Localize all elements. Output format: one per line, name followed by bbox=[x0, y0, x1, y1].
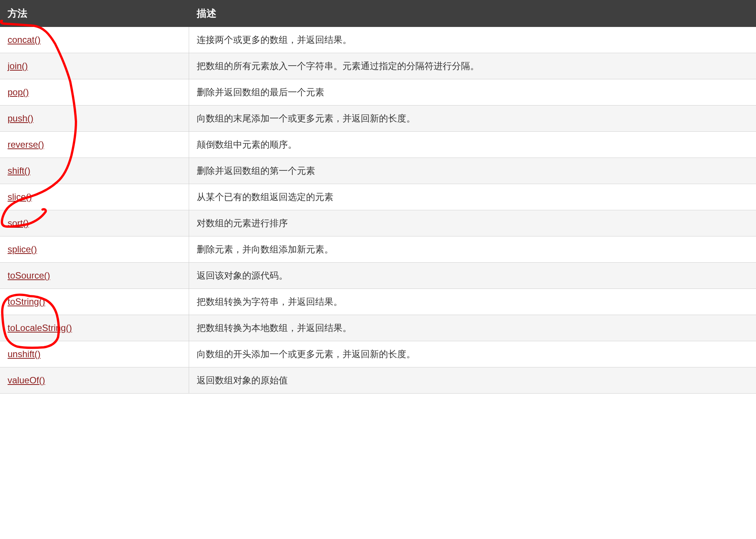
method-cell: unshift() bbox=[0, 341, 189, 367]
description-cell: 颠倒数组中元素的顺序。 bbox=[189, 132, 756, 158]
method-link[interactable]: splice() bbox=[8, 244, 37, 254]
method-link[interactable]: valueOf() bbox=[8, 375, 45, 385]
method-cell: concat() bbox=[0, 27, 189, 53]
method-link[interactable]: toString() bbox=[8, 296, 45, 307]
method-link[interactable]: join() bbox=[8, 61, 28, 71]
table-row: valueOf()返回数组对象的原始值 bbox=[0, 367, 756, 394]
description-cell: 删除元素，并向数组添加新元素。 bbox=[189, 236, 756, 263]
table-row: push()向数组的末尾添加一个或更多元素，并返回新的长度。 bbox=[0, 106, 756, 132]
header-description: 描述 bbox=[189, 0, 756, 27]
method-link[interactable]: toSource() bbox=[8, 270, 50, 281]
description-cell: 向数组的末尾添加一个或更多元素，并返回新的长度。 bbox=[189, 106, 756, 132]
table-row: toLocaleString()把数组转换为本地数组，并返回结果。 bbox=[0, 315, 756, 341]
method-cell: shift() bbox=[0, 158, 189, 184]
method-cell: pop() bbox=[0, 79, 189, 106]
methods-table: 方法 描述 concat()连接两个或更多的数组，并返回结果。join()把数组… bbox=[0, 0, 756, 394]
table-row: shift()删除并返回数组的第一个元素 bbox=[0, 158, 756, 184]
method-cell: reverse() bbox=[0, 132, 189, 158]
description-cell: 把数组转换为本地数组，并返回结果。 bbox=[189, 315, 756, 341]
method-link[interactable]: unshift() bbox=[8, 349, 41, 359]
description-cell: 把数组转换为字符串，并返回结果。 bbox=[189, 289, 756, 315]
method-link[interactable]: shift() bbox=[8, 165, 30, 176]
method-cell: slice() bbox=[0, 184, 189, 210]
table-row: pop()删除并返回数组的最后一个元素 bbox=[0, 79, 756, 106]
method-link[interactable]: slice() bbox=[8, 192, 32, 202]
method-cell: toLocaleString() bbox=[0, 315, 189, 341]
table-row: join()把数组的所有元素放入一个字符串。元素通过指定的分隔符进行分隔。 bbox=[0, 53, 756, 79]
header-method: 方法 bbox=[0, 0, 189, 27]
description-cell: 删除并返回数组的最后一个元素 bbox=[189, 79, 756, 106]
description-cell: 向数组的开头添加一个或更多元素，并返回新的长度。 bbox=[189, 341, 756, 367]
method-link[interactable]: sort() bbox=[8, 218, 29, 228]
table-row: splice()删除元素，并向数组添加新元素。 bbox=[0, 236, 756, 263]
method-link[interactable]: toLocaleString() bbox=[8, 323, 72, 333]
table-header-row: 方法 描述 bbox=[0, 0, 756, 27]
method-cell: sort() bbox=[0, 210, 189, 236]
description-cell: 删除并返回数组的第一个元素 bbox=[189, 158, 756, 184]
method-cell: join() bbox=[0, 53, 189, 79]
method-cell: toString() bbox=[0, 289, 189, 315]
description-cell: 连接两个或更多的数组，并返回结果。 bbox=[189, 27, 756, 53]
table-row: concat()连接两个或更多的数组，并返回结果。 bbox=[0, 27, 756, 53]
table-row: toSource()返回该对象的源代码。 bbox=[0, 263, 756, 289]
table-row: reverse()颠倒数组中元素的顺序。 bbox=[0, 132, 756, 158]
description-cell: 把数组的所有元素放入一个字符串。元素通过指定的分隔符进行分隔。 bbox=[189, 53, 756, 79]
description-cell: 从某个已有的数组返回选定的元素 bbox=[189, 184, 756, 210]
table-row: unshift()向数组的开头添加一个或更多元素，并返回新的长度。 bbox=[0, 341, 756, 367]
method-link[interactable]: reverse() bbox=[8, 139, 44, 150]
method-link[interactable]: push() bbox=[8, 113, 33, 123]
method-cell: splice() bbox=[0, 236, 189, 263]
method-cell: toSource() bbox=[0, 263, 189, 289]
description-cell: 对数组的元素进行排序 bbox=[189, 210, 756, 236]
description-cell: 返回该对象的源代码。 bbox=[189, 263, 756, 289]
method-cell: valueOf() bbox=[0, 367, 189, 394]
table-row: toString()把数组转换为字符串，并返回结果。 bbox=[0, 289, 756, 315]
description-cell: 返回数组对象的原始值 bbox=[189, 367, 756, 394]
table-row: sort()对数组的元素进行排序 bbox=[0, 210, 756, 236]
table-row: slice()从某个已有的数组返回选定的元素 bbox=[0, 184, 756, 210]
method-link[interactable]: pop() bbox=[8, 87, 29, 97]
method-link[interactable]: concat() bbox=[8, 35, 41, 45]
method-cell: push() bbox=[0, 106, 189, 132]
